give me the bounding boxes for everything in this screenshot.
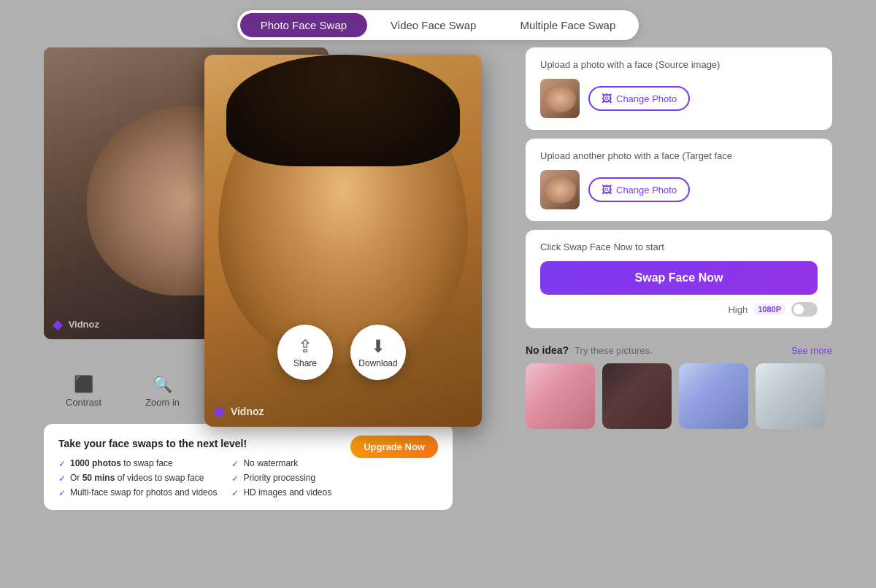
change-photo-button-2[interactable]: 🖼 Change Photo [588,177,690,202]
zoom-icon: 🔍 [153,375,172,394]
check-icon-4: ✓ [231,459,239,469]
target-face-thumbnail [540,170,580,209]
hd-label: High [728,304,748,315]
float-share-icon: ⇪ [298,336,312,357]
tab-multiple-face-swap[interactable]: Multiple Face Swap [499,13,636,37]
check-icon-6: ✓ [231,488,239,498]
sample-photo-4[interactable] [756,363,825,429]
image-area: Vidnoz Vidnoz ⬛ Contrast [44,47,504,471]
sample-photo-1[interactable] [526,363,595,429]
feature-1000-photos: ✓ 1000 photos to swap face [58,458,217,469]
source-face-thumbnail [540,79,580,118]
check-icon-3: ✓ [58,488,66,498]
hd-badge: 1080P [753,303,785,315]
hd-toggle[interactable] [791,302,818,317]
sample-photos [526,363,832,429]
start-text: Click Swap Face Now to start [540,241,818,252]
see-more-link[interactable]: See more [791,345,832,356]
float-download-button[interactable]: ⬇ Download [350,325,406,380]
tab-photo-face-swap[interactable]: Photo Face Swap [240,13,367,37]
no-idea-left: No idea? Try these pictures. [526,344,653,356]
features-right: ✓ No watermark ✓ Priority processing ✓ H… [231,458,331,498]
contrast-icon: ⬛ [74,375,93,394]
image-content-wrapper: Vidnoz Vidnoz ⬛ Contrast [44,47,504,510]
upgrade-header: Take your face swaps to the next level! … [58,436,438,458]
photo-icon-2: 🖼 [602,184,612,196]
try-text: Try these pictures. [575,345,652,356]
change-photo-button-1[interactable]: 🖼 Change Photo [588,86,690,111]
vidnoz-logo-icon-back [53,320,63,330]
photo-icon-1: 🖼 [602,93,612,104]
target-row: 🖼 Change Photo [540,170,818,209]
watermark-front: Vidnoz [213,406,264,418]
no-idea-header: No idea? Try these pictures. See more [526,344,832,356]
sample-photo-2[interactable] [602,363,672,429]
target-photo-section: Upload another photo with a face (Target… [526,139,832,221]
result-face [204,55,482,427]
check-icon-1: ✓ [58,459,66,469]
float-share-button[interactable]: ⇪ Share [277,325,333,380]
check-icon-2: ✓ [58,473,66,484]
float-download-icon: ⬇ [371,336,385,357]
feature-hd: ✓ HD images and videos [231,487,331,498]
swap-section: Click Swap Face Now to start Swap Face N… [526,230,832,328]
upgrade-button[interactable]: Upgrade Now [350,436,438,458]
target-thumb-inner [540,170,580,209]
watermark-back: Vidnoz [53,319,99,330]
upgrade-title: Take your face swaps to the next level! [58,438,247,449]
tab-video-face-swap[interactable]: Video Face Swap [370,13,496,37]
swap-face-now-button[interactable]: Swap Face Now [540,261,818,295]
contrast-tool[interactable]: ⬛ Contrast [66,375,101,408]
main-container: Vidnoz Vidnoz ⬛ Contrast [0,47,876,471]
right-panel: Upload a photo with a face (Source image… [504,47,832,471]
source-row: 🖼 Change Photo [540,79,818,118]
image-stack: Vidnoz Vidnoz [44,47,504,354]
nav-pill: Photo Face Swap Video Face Swap Multiple… [237,10,639,40]
no-idea-label: No idea? [526,344,569,356]
source-photo-label: Upload a photo with a face (Source image… [540,59,818,70]
top-navigation: Photo Face Swap Video Face Swap Multiple… [0,0,876,47]
upgrade-features: ✓ 1000 photos to swap face ✓ Or 50 mins … [58,458,438,498]
upgrade-banner: Take your face swaps to the next level! … [44,424,453,510]
feature-priority: ✓ Priority processing [231,473,331,484]
feature-no-watermark: ✓ No watermark [231,458,331,469]
source-photo-section: Upload a photo with a face (Source image… [526,47,832,130]
features-left: ✓ 1000 photos to swap face ✓ Or 50 mins … [58,458,217,498]
result-image-preview: Vidnoz [204,55,482,427]
target-photo-label: Upload another photo with a face (Target… [540,150,818,161]
sample-photo-3[interactable] [679,363,748,429]
zoom-tool[interactable]: 🔍 Zoom in [145,375,180,408]
feature-multi-face: ✓ Multi-face swap for photos and videos [58,487,217,498]
vidnoz-logo-icon-front [213,406,225,418]
feature-50-mins: ✓ Or 50 mins of videos to swap face [58,473,217,484]
no-idea-section: No idea? Try these pictures. See more [526,337,832,436]
check-icon-5: ✓ [231,473,239,484]
hd-row: High 1080P [540,295,818,317]
source-thumb-inner [540,79,580,118]
